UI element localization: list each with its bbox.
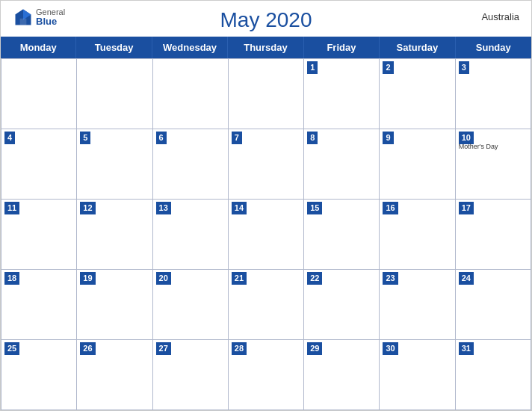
day-header-thursday: Thursday	[228, 37, 303, 58]
date-number: 21	[232, 272, 247, 285]
event-label: Mother's Day	[459, 143, 498, 150]
date-number: 17	[459, 202, 474, 214]
day-header-wednesday: Wednesday	[152, 37, 228, 58]
date-number: 19	[80, 272, 95, 285]
date-number: 29	[307, 342, 322, 355]
cal-cell: 1	[304, 59, 380, 129]
cal-cell: 25	[1, 340, 77, 410]
date-number: 28	[232, 342, 247, 355]
calendar-header: General Blue May 2020 Australia	[1, 1, 531, 37]
cal-cell	[153, 59, 229, 129]
date-number: 18	[4, 272, 19, 285]
date-number: 27	[156, 342, 171, 355]
cal-cell: 5	[77, 129, 152, 200]
date-number: 9	[383, 132, 393, 144]
date-number: 22	[307, 272, 322, 285]
date-number: 3	[459, 61, 469, 74]
cal-cell: 4	[1, 129, 77, 200]
calendar: General Blue May 2020 Australia MondayTu…	[0, 0, 532, 411]
cal-cell	[1, 59, 77, 129]
date-number: 23	[383, 272, 398, 285]
date-number: 12	[80, 202, 95, 214]
cal-cell: 19	[77, 270, 152, 340]
cal-cell: 31	[456, 340, 531, 410]
logo-icon	[13, 7, 34, 28]
day-headers-row: MondayTuesdayWednesdayThursdayFridaySatu…	[1, 37, 531, 58]
date-number: 5	[80, 132, 90, 144]
date-number: 6	[156, 132, 167, 144]
day-header-monday: Monday	[1, 37, 76, 58]
day-header-saturday: Saturday	[380, 37, 455, 58]
date-number: 16	[383, 202, 398, 214]
cal-cell: 26	[77, 340, 152, 410]
cal-cell	[229, 59, 304, 129]
cal-cell: 20	[153, 270, 229, 340]
date-number: 7	[232, 132, 242, 144]
cal-cell: 13	[153, 200, 229, 270]
cal-cell: 11	[1, 200, 77, 270]
date-number: 26	[80, 342, 95, 355]
day-header-tuesday: Tuesday	[76, 37, 152, 58]
cal-cell: 6	[153, 129, 229, 200]
cal-cell: 16	[380, 200, 455, 270]
cal-cell: 3	[456, 59, 531, 129]
logo-blue: Blue	[36, 16, 65, 27]
cal-cell: 12	[77, 200, 152, 270]
cal-cell: 10Mother's Day	[456, 129, 531, 200]
cal-cell: 18	[1, 270, 77, 340]
calendar-country: Australia	[481, 11, 519, 22]
cal-cell: 15	[304, 200, 380, 270]
cal-cell	[77, 59, 152, 129]
cal-cell: 21	[229, 270, 304, 340]
cal-cell: 22	[304, 270, 380, 340]
date-number: 13	[156, 202, 171, 214]
date-number: 20	[156, 272, 171, 285]
logo: General Blue	[13, 7, 65, 28]
cal-cell: 7	[229, 129, 304, 200]
date-number: 30	[383, 342, 398, 355]
svg-rect-4	[20, 19, 27, 25]
cal-cell: 14	[229, 200, 304, 270]
date-number: 31	[459, 342, 474, 355]
date-number: 11	[4, 202, 19, 214]
day-header-friday: Friday	[304, 37, 380, 58]
logo-text: General Blue	[36, 7, 65, 27]
calendar-grid: 12345678910Mother's Day11121314151617181…	[1, 58, 531, 410]
cal-cell: 17	[456, 200, 531, 270]
cal-cell: 2	[380, 59, 455, 129]
date-number: 4	[4, 132, 15, 144]
date-number: 25	[4, 342, 19, 355]
date-number: 2	[383, 61, 393, 74]
day-header-sunday: Sunday	[456, 37, 531, 58]
date-number: 14	[232, 202, 247, 214]
date-number: 24	[459, 272, 474, 285]
cal-cell: 28	[229, 340, 304, 410]
date-number: 15	[307, 202, 322, 214]
date-number: 8	[307, 132, 318, 144]
calendar-title: May 2020	[220, 8, 312, 32]
cal-cell: 30	[380, 340, 455, 410]
cal-cell: 9	[380, 129, 455, 200]
cal-cell: 23	[380, 270, 455, 340]
cal-cell: 27	[153, 340, 229, 410]
cal-cell: 24	[456, 270, 531, 340]
cal-cell: 8	[304, 129, 380, 200]
cal-cell: 29	[304, 340, 380, 410]
date-number: 1	[307, 61, 318, 74]
